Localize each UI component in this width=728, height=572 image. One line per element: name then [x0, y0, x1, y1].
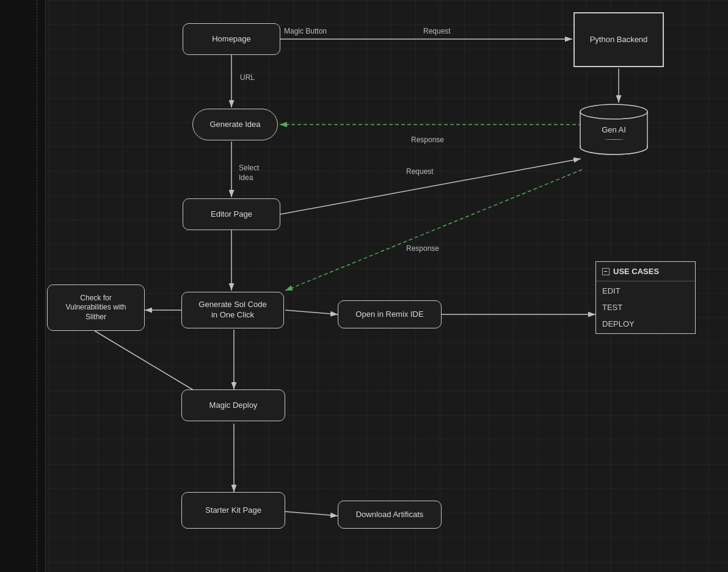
svg-line-12	[285, 310, 338, 314]
svg-point-19	[580, 104, 647, 119]
download-artifacts-node: Download Artificats	[338, 501, 442, 529]
svg-line-17	[285, 512, 338, 516]
canvas: Magic Button Request URL Response Reques…	[46, 0, 728, 572]
magic-deploy-node: Magic Deploy	[181, 389, 285, 421]
use-case-test: TEST	[602, 303, 689, 312]
svg-line-14	[95, 331, 205, 397]
editor-page-node: Editor Page	[183, 198, 280, 230]
svg-text:Gen AI: Gen AI	[602, 125, 626, 134]
starter-kit-node: Starter Kit Page	[181, 492, 285, 529]
use-cases-items: EDIT TEST DEPLOY	[596, 281, 695, 333]
homepage-node: Homepage	[183, 23, 280, 55]
label-magic-button: Magic Button	[284, 27, 327, 35]
label-url: URL	[240, 73, 255, 82]
left-panel	[0, 0, 46, 572]
svg-line-9	[285, 170, 582, 291]
label-request2: Request	[406, 167, 434, 176]
use-cases-panel: − USE CASES EDIT TEST DEPLOY	[595, 261, 696, 334]
open-remix-node: Open in Remix IDE	[338, 300, 442, 328]
minimize-icon: −	[602, 268, 610, 275]
generate-sol-node: Generate Sol Code in One Click	[181, 292, 284, 328]
svg-rect-21	[581, 140, 647, 148]
label-response2: Response	[406, 244, 439, 253]
label-select-idea: SelectIdea	[239, 164, 259, 183]
python-backend-node: Python Backend	[573, 12, 664, 67]
generate-idea-node: Generate Idea	[192, 109, 278, 140]
use-case-edit: EDIT	[602, 286, 689, 295]
label-response1: Response	[411, 136, 444, 144]
use-cases-header: − USE CASES	[596, 262, 695, 281]
label-request1: Request	[423, 27, 451, 35]
gen-ai-node: Gen AI	[577, 101, 650, 156]
check-vulnerabilities-node: Check for Vulnerabilities with Slither	[47, 284, 145, 331]
use-case-deploy: DEPLOY	[602, 319, 689, 328]
